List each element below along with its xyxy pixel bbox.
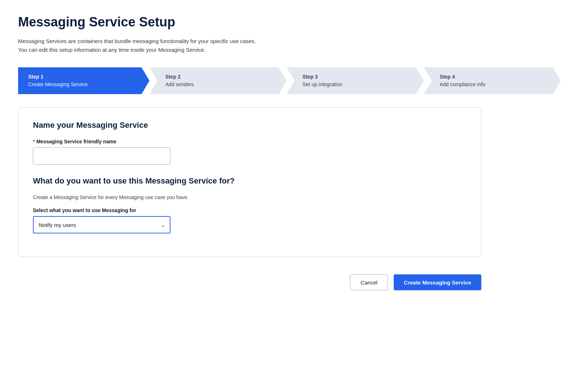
step-1[interactable]: Step 1 Create Messaging Service [18, 67, 149, 94]
required-indicator: * [33, 139, 35, 144]
use-section-title: What do you want to use this Messaging S… [33, 176, 466, 186]
step-4-label: Add compliance info [440, 81, 551, 88]
step-2[interactable]: Step 2 Add senders [149, 67, 287, 94]
step-4[interactable]: Step 4 Add compliance info [424, 67, 561, 94]
step-3-number: Step 3 [303, 74, 414, 80]
step-1-label: Create Messaging Service [28, 81, 139, 88]
page-description: Messaging Services are containers that b… [18, 37, 561, 54]
name-section-title: Name your Messaging Service [33, 121, 466, 130]
cancel-button[interactable]: Cancel [350, 274, 388, 290]
step-4-number: Step 4 [440, 74, 551, 80]
select-label: Select what you want to use Messaging fo… [33, 207, 466, 213]
select-field: Select what you want to use Messaging fo… [33, 207, 466, 233]
friendly-name-label: * Messaging Service friendly name [33, 139, 466, 144]
step-3[interactable]: Step 3 Set up integration [287, 67, 424, 94]
form-card: Name your Messaging Service * Messaging … [18, 107, 481, 257]
footer-actions: Cancel Create Messaging Service [18, 274, 481, 290]
create-messaging-service-button[interactable]: Create Messaging Service [394, 274, 481, 290]
step-1-number: Step 1 [28, 74, 139, 80]
messaging-use-select[interactable]: Notify my users Market to my users Verif… [33, 216, 170, 233]
page-title: Messaging Service Setup [18, 14, 561, 30]
step-2-label: Add senders [165, 81, 276, 88]
select-wrapper: Notify my users Market to my users Verif… [33, 216, 170, 233]
step-3-label: Set up integration [303, 81, 414, 88]
friendly-name-field: * Messaging Service friendly name [33, 139, 466, 165]
friendly-name-label-text: Messaging Service friendly name [36, 139, 116, 144]
steps-bar: Step 1 Create Messaging Service Step 2 A… [18, 67, 561, 94]
step-2-number: Step 2 [165, 74, 276, 80]
use-section-description: Create a Messaging Service for every Mes… [33, 194, 466, 200]
friendly-name-input[interactable] [33, 147, 170, 165]
